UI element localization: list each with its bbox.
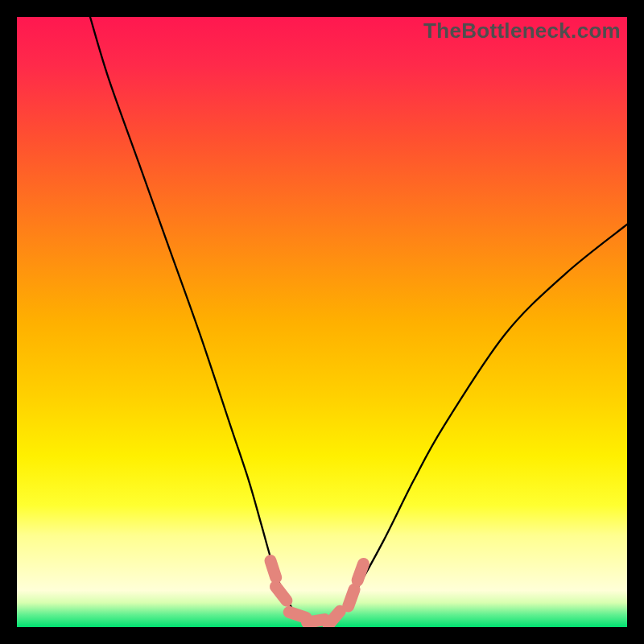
- highlight-marker: [276, 587, 287, 601]
- highlight-marker: [349, 589, 354, 606]
- bottleneck-curve-path: [90, 17, 627, 621]
- highlight-marker: [357, 564, 363, 580]
- highlight-marker: [328, 611, 340, 625]
- marker-group: [270, 561, 363, 625]
- highlight-marker: [289, 612, 306, 617]
- curve-layer: [17, 17, 627, 627]
- plot-area: TheBottleneck.com: [17, 17, 627, 627]
- highlight-marker: [270, 561, 276, 578]
- chart-frame: TheBottleneck.com: [0, 0, 644, 644]
- highlight-marker: [308, 620, 325, 623]
